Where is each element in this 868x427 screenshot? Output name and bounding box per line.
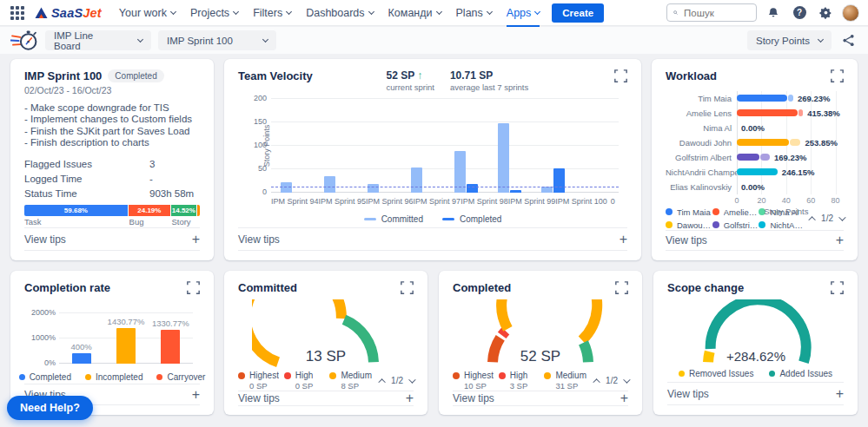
add-tip-icon[interactable]: + [620,233,627,246]
expand-icon[interactable] [614,69,627,86]
view-tips-link[interactable]: View tips [238,392,280,404]
board-select[interactable]: IMP Line Board [45,30,151,50]
page-up-icon[interactable] [378,378,385,385]
workload-row-name: Dawoudi John [666,138,732,148]
stopwatch-logo-icon [10,30,38,52]
notifications-icon[interactable] [764,3,783,23]
add-tip-icon[interactable]: + [836,387,844,401]
legend-label: Highest [464,371,494,380]
y-tick-label: 2000% [26,308,56,317]
settings-icon[interactable] [816,3,835,23]
page-down-icon[interactable] [408,376,415,383]
expand-icon[interactable] [401,281,414,298]
expand-icon[interactable] [831,69,844,86]
nav-item-label: Apps [507,7,532,19]
nav-item-dashboards[interactable]: Dashboards [306,0,373,26]
legend-dot [284,372,291,379]
nav-item-label: Filters [253,7,282,19]
nav-item-plans[interactable]: Plans [456,0,492,26]
legend-item: Highest0 SP [238,371,284,391]
view-tips-link[interactable]: View tips [238,233,280,246]
view-tips-link[interactable]: View tips [666,234,707,246]
app-switcher-icon[interactable] [9,4,26,22]
legend-dot [712,208,719,215]
gauge-segment-medium [501,299,597,340]
add-tip-icon[interactable]: + [192,388,200,402]
x-tick-label: IPM Sprint 97 [414,197,461,207]
scope-change-legend: Removed IssuesAdded Issues [667,369,844,378]
x-tick-label: IPM Sprint 95 [319,197,367,207]
add-tip-icon[interactable]: + [620,391,628,405]
sprint-title: IMP Sprint 100 [24,69,102,82]
view-tips-link[interactable]: View tips [667,388,709,400]
legend-value: 31 SP [544,381,590,391]
workload-chart: Tim MaiaAmelie LensNima AlDawoudi JohnGo… [666,91,844,204]
workload-percent-label: 0.00% [741,123,765,133]
add-tip-icon[interactable]: + [192,233,200,246]
page-up-icon[interactable] [593,378,600,385]
view-tips-link[interactable]: View tips [453,392,494,404]
expand-icon[interactable] [831,281,844,298]
chevron-down-icon [170,8,176,14]
nav-item-projects[interactable]: Projects [190,0,238,26]
help-icon[interactable]: ? [790,3,809,23]
view-tips-link[interactable]: View tips [24,233,66,246]
completion-rate-chart: 0%1000%2000%400%1430.77%1330.77%Complete… [24,301,200,384]
distribution-segment: 14.52% [171,205,196,216]
chevron-down-icon [818,36,824,42]
legend-item-top: High [284,371,330,380]
page-up-icon[interactable] [808,216,815,223]
top-navigation-bar: SaaSJet Your workProjectsFiltersDashboar… [0,0,868,26]
committed-gauge: 13 SP [238,299,414,367]
create-button[interactable]: Create [552,3,604,23]
search-input[interactable] [682,7,750,19]
legend-item: Committed [364,214,423,224]
page-down-icon[interactable] [838,214,845,220]
bar-value-label: 1330.77% [140,319,201,328]
nav-item-label: Команди [388,7,433,19]
sprint-goal-line: - Finish description to charts [24,137,200,148]
share-icon[interactable] [838,31,858,50]
completed-bar [553,168,565,193]
legend-item: Added Issues [769,369,832,378]
stat-label: Status Time [24,188,149,199]
committed-bar [411,168,422,193]
legend-value: 0 SP [284,381,330,391]
workload-title: Workload [666,69,717,82]
expand-icon[interactable] [615,281,628,298]
chevron-down-icon [286,8,292,14]
metric-select[interactable]: Story Points [747,30,832,50]
legend-swatch [442,218,454,220]
workload-plot: 269.23%415.38%0.00%253.85%169.23%246.15%… [737,91,842,194]
gridline [271,168,619,169]
need-help-button[interactable]: Need Help? [7,396,93,420]
nav-item-apps[interactable]: Apps [507,0,540,26]
nav-item-your-work[interactable]: Your work [119,0,176,26]
legend-value: 0 SP [238,381,284,391]
legend-dot [238,372,245,379]
page-down-icon[interactable] [623,376,630,383]
search-box[interactable] [666,3,757,22]
workload-bar [737,95,787,102]
y-axis-label: Story Points [262,98,271,194]
y-tick-label: 1000% [26,333,56,342]
user-avatar[interactable] [842,4,859,22]
nav-item-filters[interactable]: Filters [253,0,291,26]
nav-item-команди[interactable]: Команди [388,0,441,26]
scope-title: Scope change [667,281,744,294]
legend-dot [329,372,336,379]
add-tip-icon[interactable]: + [836,233,844,247]
distribution-segment: 59.68% [24,205,128,216]
legend-item: Medium8 SP [329,371,375,391]
committed-bar [498,123,509,193]
brand-logo[interactable]: SaaSJet [35,6,102,20]
committed-legend: Highest0 SPHigh0 SPMedium8 SP1/2 [238,371,414,391]
expand-icon[interactable] [187,281,200,298]
legend-label: NichtAndrii Champel [770,220,805,230]
distribution-segment-label: Task [24,217,42,227]
sprint-select[interactable]: IMP Sprint 100 [158,30,276,50]
completion-rate-card: Completion rate 0%1000%2000%400%1430.77%… [10,271,214,415]
add-tip-icon[interactable]: + [406,391,414,405]
brand-saas: SaaS [51,6,83,20]
legend-item: Carryover [156,372,205,382]
